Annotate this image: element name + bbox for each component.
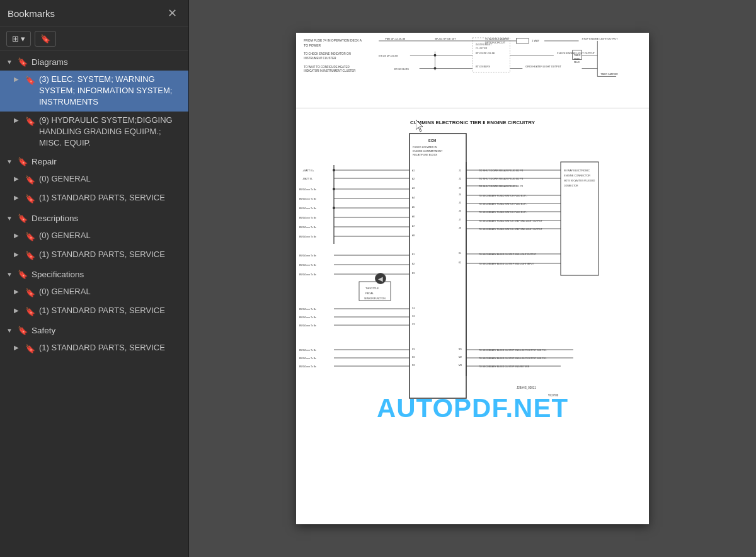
svg-text:TO SECONDARY BLKED G1 STOP ENG: TO SECONDARY BLKED G1 STOP ENG LIGHT OUT… <box>479 349 547 352</box>
item-safety-standard[interactable]: 🔖 (1) STANDARD PARTS, SERVICE <box>0 339 188 358</box>
sidebar-header: Bookmarks ✕ <box>0 0 188 27</box>
section-header-repair[interactable]: 🔖 Repair <box>0 153 188 170</box>
svg-text:J1: J1 <box>459 169 461 172</box>
bookmark-icon: 🔖 <box>40 34 50 43</box>
svg-text:C1: C1 <box>412 307 415 309</box>
svg-point-31 <box>434 54 437 57</box>
bookmark-icon-descriptions: 🔖 <box>18 214 28 223</box>
svg-text:J28A4S_02011: J28A4S_02011 <box>517 386 536 389</box>
item-repair-general[interactable]: 🔖 (0) GENERAL <box>0 170 188 189</box>
sidebar-tree: 🔖 Diagrams 🔖 (3) ELEC. SYSTEM; WARNING S… <box>0 51 188 557</box>
section-label-safety: Safety <box>32 326 55 335</box>
svg-text:BWG/5mm To Be: BWG/5mm To Be <box>299 264 316 267</box>
item-diagrams-elec[interactable]: 🔖 (3) ELEC. SYSTEM; WARNING SYSTEM; INFO… <box>0 71 188 112</box>
svg-text:C2: C2 <box>412 315 415 318</box>
svg-text:TO SECONDARY BLKED G1 STOP ENG: TO SECONDARY BLKED G1 STOP ENG LIGHT OUT… <box>479 357 547 360</box>
svg-text:TIMER: TIMER <box>574 58 580 60</box>
svg-text:D3: D3 <box>412 364 415 367</box>
svg-text:BT-G9 BLRS: BT-G9 BLRS <box>476 65 490 68</box>
svg-text:BWG/5mm To Be: BWG/5mm To Be <box>299 207 316 210</box>
section-diagrams: 🔖 Diagrams 🔖 (3) ELEC. SYSTEM; WARNING S… <box>0 54 188 152</box>
svg-text:TO SECONDARY BLKED G1 STOP ENG: TO SECONDARY BLKED G1 STOP ENG RETURN <box>479 365 530 368</box>
svg-rect-43 <box>410 134 466 398</box>
svg-text:J4: J4 <box>459 193 461 196</box>
svg-text:TO WAIT TO CONFIGURE HEATER: TO WAIT TO CONFIGURE HEATER <box>304 66 350 69</box>
collapse-panel-button[interactable]: ◀ <box>375 273 386 284</box>
item-label-spec-standard: (1) STANDARD PARTS, SERVICE <box>39 305 182 316</box>
svg-text:90 WAY ELECTRONIC: 90 WAY ELECTRONIC <box>564 169 590 172</box>
chevron-desc-standard <box>14 250 21 259</box>
svg-text:BWG/5mm To Be: BWG/5mm To Be <box>299 324 316 327</box>
item-desc-general[interactable]: 🔖 (0) GENERAL <box>0 227 188 246</box>
pdf-page: FROM FUSE 74 IN OPERATION DECK A TO POWE… <box>296 33 649 524</box>
svg-text:A5: A5 <box>412 206 415 209</box>
item-label-repair-general: (0) GENERAL <box>39 173 182 185</box>
svg-text:A1: A1 <box>412 169 415 172</box>
svg-text:THROTTLE: THROTTLE <box>365 287 379 290</box>
svg-text:J8: J8 <box>459 227 461 229</box>
svg-text:ENGINE COMPARTMENT: ENGINE COMPARTMENT <box>413 149 443 152</box>
sidebar-toolbar: ⊞ ▾ 🔖 <box>0 27 188 51</box>
svg-text:D2: D2 <box>412 356 415 359</box>
section-header-diagrams[interactable]: 🔖 Diagrams <box>0 54 188 71</box>
svg-text:M2: M2 <box>459 356 462 359</box>
section-label-descriptions: Descriptions <box>32 214 78 223</box>
sidebar: Bookmarks ✕ ⊞ ▾ 🔖 🔖 Diagrams 🔖 (3) ELEC.… <box>0 0 189 557</box>
svg-text:B3: B3 <box>412 272 415 275</box>
svg-text:SENSOR/FUNCTION: SENSOR/FUNCTION <box>364 297 386 300</box>
section-specifications: 🔖 Specifications 🔖 (0) GENERAL 🔖 (1) STA… <box>0 266 188 321</box>
chevron-repair <box>6 158 14 165</box>
bookmark-icon-desc-standard: 🔖 <box>25 250 35 261</box>
svg-text:BT-G9 DF-G9-98: BT-G9 DF-G9-98 <box>379 54 398 57</box>
svg-text:A6: A6 <box>412 215 415 218</box>
svg-text:BWG/5mm To Be: BWG/5mm To Be <box>299 349 316 352</box>
chevron-descriptions <box>6 215 14 222</box>
item-desc-standard[interactable]: 🔖 (1) STANDARD PARTS, SERVICE <box>0 246 188 265</box>
sidebar-title: Bookmarks <box>8 8 55 19</box>
section-header-safety[interactable]: 🔖 Safety <box>0 322 188 339</box>
svg-text:BWG/5mm To Be: BWG/5mm To Be <box>299 226 316 229</box>
item-diagrams-hydraulic[interactable]: 🔖 (9) HYDRAULIC SYSTEM;DIGGING HANDLING … <box>0 112 188 152</box>
svg-text:M1: M1 <box>459 348 462 350</box>
bookmark-icon-desc-general: 🔖 <box>25 231 35 243</box>
svg-text:B2: B2 <box>412 263 415 265</box>
item-spec-general[interactable]: 🔖 (0) GENERAL <box>0 283 188 302</box>
chevron-spec-general <box>14 287 21 296</box>
svg-text:FUSED LOCATED IN: FUSED LOCATED IN <box>413 146 437 149</box>
svg-text:TO SHUT DOWN RELAY/ PLUG B1 P3: TO SHUT DOWN RELAY/ PLUG B1 P3 <box>479 177 524 180</box>
svg-text:A3: A3 <box>412 187 415 190</box>
svg-text:RELAY/FUSE BLOCK: RELAY/FUSE BLOCK <box>413 153 438 156</box>
chevron-spec-standard <box>14 306 21 315</box>
svg-text:+BATT B+: +BATT B+ <box>302 169 314 172</box>
svg-text:BWG/5mm To Be: BWG/5mm To Be <box>299 188 316 191</box>
svg-text:TIMER CARRIER: TIMER CARRIER <box>600 73 618 76</box>
svg-text:BWG/5mm To Be: BWG/5mm To Be <box>299 357 316 360</box>
bookmark-view-button[interactable]: 🔖 <box>35 31 56 47</box>
svg-text:BWG/5mm To Be: BWG/5mm To Be <box>299 365 316 368</box>
section-header-descriptions[interactable]: 🔖 Descriptions <box>0 210 188 227</box>
chevron-safety-standard <box>14 343 21 352</box>
svg-text:ENGINE CONNECTOR: ENGINE CONNECTOR <box>564 174 590 177</box>
svg-text:PM2 DF-12-56-3B: PM2 DF-12-56-3B <box>385 37 405 40</box>
svg-text:K1: K1 <box>459 252 461 255</box>
bookmark-icon-repair-standard: 🔖 <box>25 193 35 205</box>
watermark: AUTOPDF.NET <box>377 393 568 423</box>
bookmark-icon-specifications: 🔖 <box>18 270 28 279</box>
svg-text:J7: J7 <box>459 219 461 221</box>
svg-text:ECM: ECM <box>428 139 437 142</box>
svg-text:CONNECTOR: CONNECTOR <box>564 185 578 187</box>
item-repair-standard[interactable]: 🔖 (1) STANDARD PARTS, SERVICE <box>0 189 188 208</box>
bookmark-icon-safety: 🔖 <box>18 326 28 335</box>
section-header-specifications[interactable]: 🔖 Specifications <box>0 266 188 283</box>
close-button[interactable]: ✕ <box>164 6 181 20</box>
section-label-specifications: Specifications <box>32 270 84 279</box>
bookmark-icon-diagrams: 🔖 <box>18 57 28 67</box>
svg-text:TO POWER: TO POWER <box>304 44 321 47</box>
item-label-desc-standard: (1) STANDARD PARTS, SERVICE <box>39 249 182 260</box>
item-spec-standard[interactable]: 🔖 (1) STANDARD PARTS, SERVICE <box>0 302 188 321</box>
view-options-button[interactable]: ⊞ ▾ <box>6 31 31 47</box>
svg-text:BWG/5mm To Be: BWG/5mm To Be <box>299 273 316 276</box>
item-label-spec-general: (0) GENERAL <box>39 286 182 297</box>
svg-text:STOP ENGINE LIGHT OUTPUT: STOP ENGINE LIGHT OUTPUT <box>582 37 618 40</box>
svg-text:BWG/5mm To Be: BWG/5mm To Be <box>299 236 316 238</box>
